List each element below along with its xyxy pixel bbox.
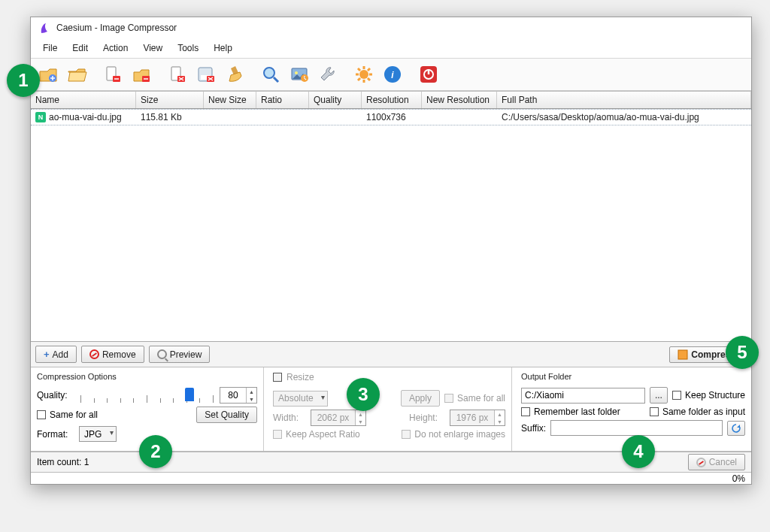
svg-point-13 [359,70,368,79]
col-name[interactable]: Name [31,92,136,108]
file-type-icon: N [35,112,46,122]
file-list[interactable]: Nao-mua-vai-du.jpg 115.81 Kb 1100x736 C:… [31,109,751,342]
save-delete-icon [196,65,216,84]
resize-mode-select: Absolute [273,391,328,407]
titlebar: Caesium - Image Compressor [31,17,751,38]
clear-list-button[interactable] [165,62,190,87]
progress-label: 0% [732,473,745,484]
cell-res: 1100x736 [362,110,422,125]
table-row[interactable]: Nao-mua-vai-du.jpg 115.81 Kb 1100x736 C:… [31,109,751,125]
callout-5: 5 [726,336,759,369]
col-size[interactable]: Size [136,92,204,108]
output-path-input[interactable] [521,388,645,404]
menu-tools[interactable]: Tools [171,41,205,55]
preview-button[interactable] [258,62,283,87]
list-header: Name Size New Size Ratio Quality Resolut… [31,91,751,109]
wrench-icon [318,65,338,84]
same-for-all-checkbox[interactable]: Same for all [37,410,98,420]
callout-1: 1 [7,64,40,97]
magnifier-icon [261,65,280,84]
callout-3: 3 [347,378,380,411]
clean-button[interactable] [222,62,247,87]
broom-icon [225,64,244,85]
remove-button[interactable]: Remove [81,346,144,363]
col-path[interactable]: Full Path [497,92,751,108]
action-bar: +Add Remove Preview Compress! [31,342,751,367]
svg-rect-18 [678,350,687,359]
save-list-button[interactable] [193,62,219,87]
folder-plus-icon [38,64,59,85]
width-spinbox: ▲▼ [311,410,366,426]
resize-same-for-all: Same for all [444,393,505,404]
cell-quality [309,110,362,125]
refresh-icon [731,423,741,434]
picture-icon [290,65,309,84]
col-res[interactable]: Resolution [362,92,422,108]
quality-input[interactable] [220,388,246,403]
menubar: File Edit Action View Tools Help [31,38,751,59]
reset-suffix-button[interactable] [727,421,745,436]
doc-delete-icon [168,65,187,84]
tools-button[interactable] [315,62,341,87]
resize-title: Resize [286,372,314,382]
format-label: Format: [37,429,74,440]
info-icon: i [383,65,402,84]
app-title: Caesium - Image Compressor [56,23,177,33]
slider-thumb[interactable] [185,388,194,401]
callout-4: 4 [622,435,655,468]
col-newres[interactable]: New Resolution [422,92,497,108]
settings-button[interactable] [351,62,377,87]
quality-spinbox[interactable]: ▲▼ [220,387,257,404]
col-newsize[interactable]: New Size [204,92,256,108]
app-logo-icon [38,22,50,34]
progressbar: 0% [31,472,751,484]
compression-title: Compression Options [37,372,257,384]
menu-action[interactable]: Action [97,41,134,55]
keep-structure-checkbox[interactable]: Keep Structure [672,390,745,401]
toolbar: i [31,59,751,91]
cell-newres [422,110,497,125]
remove-file-button[interactable] [100,62,126,87]
menu-help[interactable]: Help [208,41,238,55]
same-as-input-checkbox[interactable]: Same folder as input [650,407,745,417]
preview-list-button[interactable]: Preview [149,346,211,363]
app-window: 1 2 3 4 5 Caesium - Image Compressor Fil… [30,17,752,485]
browse-button[interactable]: ... [650,387,668,404]
item-count: Item count: 1 [37,457,89,467]
menu-view[interactable]: View [137,41,168,55]
no-icon [89,349,99,359]
col-ratio[interactable]: Ratio [256,92,309,108]
magnifier-small-icon [157,349,167,359]
suffix-label: Suffix: [521,423,546,434]
about-button[interactable]: i [380,62,405,87]
resize-panel: Resize Absolute Apply Same for all Width… [264,367,512,451]
menu-edit[interactable]: Edit [66,41,94,55]
col-quality[interactable]: Quality [309,92,362,108]
add-button[interactable]: +Add [35,346,77,363]
plus-icon: + [44,349,50,360]
cancel-button: Cancel [688,454,745,470]
gear-sun-icon [354,65,374,84]
remember-folder-checkbox[interactable]: Remember last folder [521,407,620,417]
cell-ratio [256,110,309,125]
power-icon [419,65,438,84]
remove-folder-button[interactable] [129,62,154,87]
format-select[interactable]: JPG [79,426,117,442]
wallpaper-button[interactable] [286,62,312,87]
compress-icon [678,349,688,360]
quality-label: Quality: [37,390,74,401]
exit-button[interactable] [416,62,441,87]
suffix-input[interactable] [550,420,723,436]
quality-slider[interactable] [79,388,215,403]
cell-path: C:/Users/sasa/Desktop/aomua/ao-mua-vai-d… [497,110,751,125]
set-quality-button[interactable]: Set Quality [196,407,257,423]
cell-newsize [204,110,256,125]
width-input [311,410,355,425]
no-enlarge-checkbox: Do not enlarge images [402,429,505,440]
open-folder-button[interactable] [64,62,89,87]
menu-file[interactable]: File [37,41,63,55]
spin-up-icon[interactable]: ▲ [247,388,256,395]
callout-2: 2 [139,435,172,468]
resize-checkbox[interactable] [273,373,282,382]
spin-down-icon[interactable]: ▼ [247,395,256,403]
